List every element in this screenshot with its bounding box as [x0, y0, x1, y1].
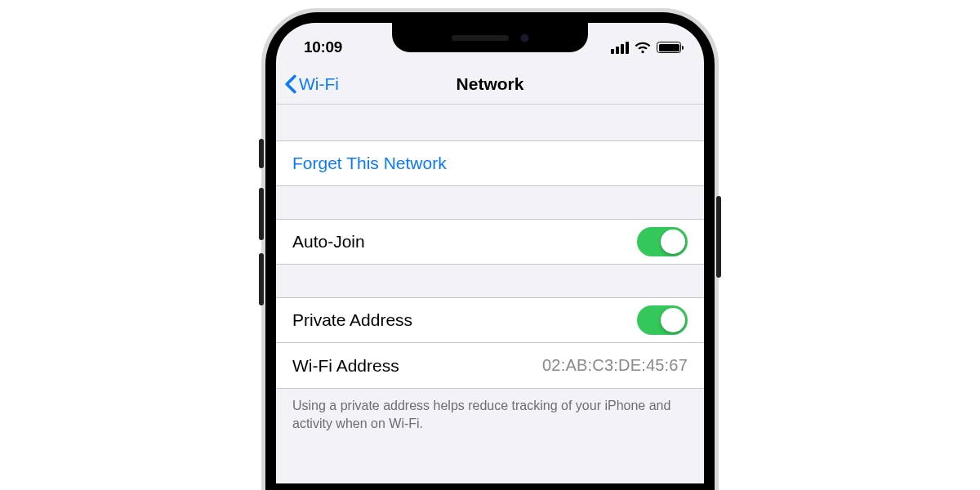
navigation-bar: Wi-Fi Network [276, 64, 704, 105]
private-address-label: Private Address [292, 310, 412, 330]
power-button [716, 196, 721, 278]
wifi-address-value: 02:AB:C3:DE:45:67 [542, 356, 688, 375]
speaker-grille [452, 35, 509, 41]
page-title: Network [457, 74, 524, 94]
auto-join-toggle[interactable] [637, 227, 688, 256]
forget-network-button[interactable]: Forget This Network [276, 140, 704, 186]
mute-switch [259, 139, 264, 168]
wifi-address-row: Wi-Fi Address 02:AB:C3:DE:45:67 [276, 343, 704, 389]
battery-icon [657, 42, 681, 53]
back-button[interactable]: Wi-Fi [284, 74, 339, 94]
back-label: Wi-Fi [299, 74, 339, 94]
screen: 10:09 Wi [276, 23, 704, 483]
front-camera [520, 33, 529, 42]
private-address-toggle[interactable] [637, 305, 688, 335]
forget-network-label: Forget This Network [292, 154, 447, 173]
volume-down-button [259, 253, 264, 305]
phone-frame: 10:09 Wi [261, 8, 719, 490]
cellular-icon [611, 42, 629, 54]
notch [392, 23, 588, 52]
status-time: 10:09 [304, 38, 342, 56]
auto-join-label: Auto-Join [292, 232, 365, 252]
private-address-row: Private Address [276, 297, 704, 343]
volume-up-button [259, 188, 264, 240]
wifi-address-label: Wi-Fi Address [292, 356, 399, 376]
wifi-icon [635, 42, 651, 54]
private-address-footnote: Using a private address helps reduce tra… [276, 389, 704, 440]
auto-join-row: Auto-Join [276, 219, 704, 265]
chevron-left-icon [284, 74, 299, 94]
